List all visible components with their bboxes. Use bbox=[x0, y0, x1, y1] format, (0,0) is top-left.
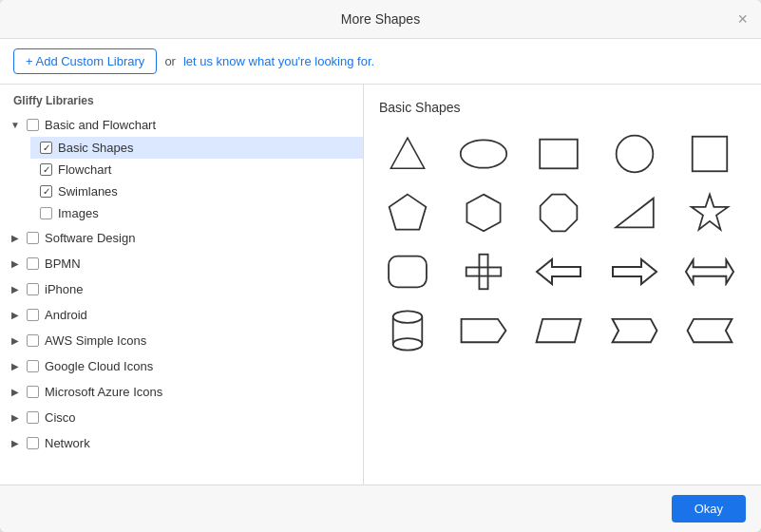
library-item-basic-shapes[interactable]: Basic Shapes bbox=[30, 137, 363, 159]
checkbox-flowchart[interactable] bbox=[40, 163, 52, 176]
shape-ellipse[interactable] bbox=[455, 130, 512, 178]
library-item-images[interactable]: Images bbox=[30, 202, 363, 224]
library-group-name-iphone: iPhone bbox=[45, 282, 83, 296]
preview-title: Basic Shapes bbox=[379, 100, 746, 115]
okay-button[interactable]: Okay bbox=[672, 495, 746, 522]
shape-star[interactable] bbox=[681, 189, 738, 237]
library-group-network: Network bbox=[0, 431, 363, 455]
svg-point-1 bbox=[460, 140, 506, 167]
shape-cylinder[interactable] bbox=[379, 307, 436, 354]
add-custom-library-button[interactable]: + Add Custom Library bbox=[13, 48, 157, 74]
library-item-label-images: Images bbox=[58, 206, 99, 220]
svg-point-16 bbox=[393, 311, 423, 323]
checkbox-images[interactable] bbox=[40, 207, 52, 219]
shape-left-arrow[interactable] bbox=[530, 248, 587, 295]
library-group-header-android[interactable]: Android bbox=[0, 303, 363, 327]
checkbox-gcp[interactable] bbox=[27, 360, 39, 372]
library-group-header-bpmn[interactable]: BPMN bbox=[0, 252, 363, 276]
library-group-basic-flowchart: Basic and Flowchart Basic Shapes Flowcha… bbox=[0, 113, 363, 224]
shapes-grid bbox=[379, 130, 746, 354]
footer: Okay bbox=[0, 484, 761, 532]
shape-square[interactable] bbox=[681, 130, 738, 178]
shape-arrow-box[interactable] bbox=[455, 307, 512, 354]
toolbar: + Add Custom Library or let us know what… bbox=[0, 39, 761, 85]
shape-right-arrow[interactable] bbox=[606, 248, 663, 295]
library-children-basic-flowchart: Basic Shapes Flowchart Swimlanes Images bbox=[0, 137, 363, 224]
library-group-header-basic-flowchart[interactable]: Basic and Flowchart bbox=[0, 113, 363, 137]
preview-pane: Basic Shapes bbox=[364, 85, 761, 484]
library-group-header-cisco[interactable]: Cisco bbox=[0, 406, 363, 429]
chevron-icon-network bbox=[10, 438, 21, 449]
shape-chevron-right[interactable] bbox=[606, 307, 663, 354]
checkbox-basic-flowchart[interactable] bbox=[27, 119, 39, 131]
library-group-header-azure[interactable]: Microsoft Azure Icons bbox=[0, 380, 363, 404]
shape-hexagon[interactable] bbox=[455, 189, 512, 237]
library-group-iphone: iPhone bbox=[0, 277, 363, 301]
library-group-header-aws[interactable]: AWS Simple Icons bbox=[0, 329, 363, 352]
chevron-icon-aws bbox=[10, 335, 21, 347]
shape-parallelogram[interactable] bbox=[530, 307, 587, 354]
checkbox-iphone[interactable] bbox=[27, 283, 39, 295]
library-group-name-gcp: Google Cloud Icons bbox=[45, 359, 153, 373]
shape-right-triangle[interactable] bbox=[606, 189, 663, 237]
chevron-icon-android bbox=[10, 310, 21, 321]
library-group-aws: AWS Simple Icons bbox=[0, 329, 363, 352]
svg-marker-7 bbox=[541, 195, 578, 232]
dialog-title: More Shapes bbox=[341, 11, 420, 27]
chevron-icon-azure bbox=[10, 387, 21, 398]
checkbox-basic-shapes[interactable] bbox=[40, 142, 52, 154]
library-group-bpmn: BPMN bbox=[0, 252, 363, 276]
shape-chevron-left[interactable] bbox=[681, 307, 738, 354]
checkbox-swimlanes[interactable] bbox=[40, 185, 52, 198]
library-group-name-aws: AWS Simple Icons bbox=[45, 333, 146, 348]
shape-rectangle[interactable] bbox=[530, 130, 587, 178]
library-group-software-design: Software Design bbox=[0, 226, 363, 250]
svg-marker-22 bbox=[612, 319, 656, 342]
chevron-icon-basic-flowchart bbox=[10, 120, 21, 131]
shape-octagon[interactable] bbox=[530, 189, 587, 237]
svg-marker-6 bbox=[466, 195, 500, 232]
svg-rect-10 bbox=[389, 256, 427, 288]
svg-point-19 bbox=[393, 338, 423, 351]
library-group-azure: Microsoft Azure Icons bbox=[0, 380, 363, 404]
feedback-link[interactable]: let us know what you're looking for. bbox=[183, 54, 374, 68]
svg-marker-8 bbox=[616, 199, 654, 228]
checkbox-aws[interactable] bbox=[27, 334, 39, 347]
close-button[interactable]: × bbox=[737, 10, 748, 28]
library-group-name-cisco: Cisco bbox=[45, 410, 76, 425]
library-item-label-basic-shapes: Basic Shapes bbox=[58, 141, 134, 155]
checkbox-network[interactable] bbox=[27, 437, 39, 449]
svg-marker-5 bbox=[390, 195, 427, 230]
checkbox-bpmn[interactable] bbox=[27, 257, 39, 270]
checkbox-cisco[interactable] bbox=[27, 411, 39, 424]
sidebar: Gliffy Libraries Basic and Flowchart Bas… bbox=[0, 85, 364, 484]
shape-double-arrow[interactable] bbox=[681, 248, 738, 295]
library-group-header-gcp[interactable]: Google Cloud Icons bbox=[0, 354, 363, 378]
toolbar-separator-text: or bbox=[164, 54, 176, 68]
svg-rect-11 bbox=[479, 255, 487, 290]
svg-marker-0 bbox=[390, 138, 424, 168]
title-bar: More Shapes × bbox=[0, 0, 761, 39]
shape-circle[interactable] bbox=[606, 130, 663, 178]
library-item-flowchart[interactable]: Flowchart bbox=[30, 159, 363, 180]
shape-triangle[interactable] bbox=[379, 130, 436, 178]
library-group-name-azure: Microsoft Azure Icons bbox=[45, 385, 162, 399]
svg-rect-12 bbox=[466, 267, 501, 276]
library-group-header-network[interactable]: Network bbox=[0, 431, 363, 455]
shape-cross[interactable] bbox=[455, 248, 512, 295]
sidebar-section-header: Gliffy Libraries bbox=[0, 85, 363, 113]
library-group-android: Android bbox=[0, 303, 363, 327]
checkbox-azure[interactable] bbox=[27, 386, 39, 398]
shape-pentagon[interactable] bbox=[379, 189, 436, 237]
chevron-icon-cisco bbox=[10, 412, 21, 424]
library-group-name-network: Network bbox=[45, 436, 90, 450]
svg-marker-14 bbox=[613, 259, 656, 284]
checkbox-software-design[interactable] bbox=[27, 232, 39, 244]
library-group-header-software-design[interactable]: Software Design bbox=[0, 226, 363, 250]
svg-rect-4 bbox=[693, 137, 728, 172]
svg-marker-9 bbox=[692, 195, 729, 230]
shape-rounded-rect[interactable] bbox=[379, 248, 436, 295]
checkbox-android[interactable] bbox=[27, 309, 39, 321]
library-group-header-iphone[interactable]: iPhone bbox=[0, 277, 363, 301]
library-item-swimlanes[interactable]: Swimlanes bbox=[30, 180, 363, 202]
